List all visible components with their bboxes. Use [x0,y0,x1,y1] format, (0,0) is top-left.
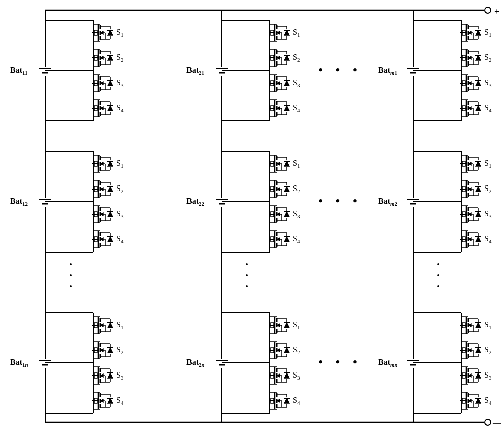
svg-marker-390 [284,161,289,166]
switch-label: S3 [293,78,300,88]
power-module: Bat2nS1S2S3S4 [186,313,300,413]
ellipsis-v: • [245,271,248,280]
svg-marker-140 [108,186,113,192]
battery-label: Batmn [378,358,398,368]
switch-label: S2 [116,345,123,355]
ellipsis-v: • [437,260,440,269]
ellipsis-h: • • • [318,194,362,207]
battery-label: Batm1 [378,66,397,76]
svg-marker-519 [284,373,289,378]
switch-label: S2 [293,184,300,194]
switch-label: S2 [293,345,300,355]
mosfet-icon [460,313,481,338]
switch-label: S2 [116,53,123,63]
svg-marker-31 [108,30,113,35]
mosfet-icon [460,96,481,121]
mosfet-icon [92,176,113,202]
svg-marker-91 [108,106,113,111]
switch-label: S4 [484,396,492,406]
svg-marker-229 [108,348,113,353]
svg-marker-450 [284,237,289,242]
power-module: Bat1nS1S2S3S4 [10,313,124,413]
svg-marker-499 [284,348,289,353]
battery-label: Batm2 [378,197,398,207]
switch-label: S4 [293,103,300,113]
switch-label: S1 [484,159,491,169]
switch-label: S3 [484,78,492,88]
mosfet-icon [92,363,113,388]
mosfet-icon [92,338,113,363]
switch-label: S2 [293,53,300,63]
mosfet-icon [92,96,113,121]
ellipsis-v: • [69,260,72,269]
switch-label: S3 [293,370,300,381]
mosfet-icon [269,202,290,227]
switch-label: S4 [484,234,492,244]
mosfet-icon [460,71,481,96]
mosfet-icon [92,45,113,71]
power-module: Bat11S1S2S3S4 [10,20,124,121]
switch-label: S1 [116,320,123,330]
battery-label: Bat11 [10,66,27,76]
switch-label: S4 [293,234,300,244]
switch-label: S4 [293,396,300,406]
switch-label: S4 [484,103,492,113]
ellipsis-v: • [69,282,72,291]
terminal-plus: ＋ [493,7,501,15]
mosfet-icon [460,20,481,45]
svg-marker-611 [476,81,481,86]
svg-marker-769 [476,348,481,353]
power-module: Bat21S1S2S3S4 [186,20,300,121]
mosfet-icon [92,227,113,252]
switch-label: S1 [484,320,491,330]
switch-label: S2 [484,53,491,63]
power-module: Batm1S1S2S3S4 [378,20,492,121]
svg-marker-180 [108,237,113,242]
mosfet-icon [92,313,113,338]
mosfet-icon [460,176,481,202]
svg-marker-720 [476,237,481,242]
mosfet-icon [269,313,290,338]
power-module: Bat22S1S2S3S4 [186,151,300,252]
switch-label: S3 [116,209,124,219]
battery-label: Bat12 [10,197,28,207]
svg-marker-809 [476,398,481,403]
ellipsis-v: • [245,260,248,269]
power-module: BatmnS1S2S3S4 [378,313,492,413]
ellipsis-v: • [245,282,248,291]
svg-marker-321 [284,55,289,60]
switch-label: S3 [116,78,124,88]
mosfet-icon [92,151,113,176]
svg-point-3 [485,419,491,425]
svg-marker-120 [108,161,113,166]
ellipsis-v: • [69,271,72,280]
svg-marker-539 [284,398,289,403]
svg-marker-479 [284,323,289,328]
mosfet-icon [92,20,113,45]
mosfet-icon [460,151,481,176]
svg-marker-631 [476,106,481,111]
svg-marker-249 [108,373,113,378]
switch-label: S2 [116,184,123,194]
ellipsis-v: • [437,271,440,280]
mosfet-icon [269,227,290,252]
battery-label: Bat1n [10,358,28,368]
switch-label: S1 [116,159,123,169]
switch-label: S1 [116,28,123,38]
mosfet-icon [92,71,113,96]
svg-marker-209 [108,323,113,328]
power-module: Bat12S1S2S3S4 [10,151,124,252]
switch-label: S3 [484,370,492,381]
battery-label: Bat21 [186,66,204,76]
mosfet-icon [460,388,481,413]
mosfet-icon [460,202,481,227]
mosfet-icon [269,45,290,71]
ellipsis-h: • • • [318,355,362,368]
mosfet-icon [92,202,113,227]
svg-point-2 [485,7,491,13]
svg-marker-591 [476,55,481,60]
switch-label: S1 [293,28,300,38]
svg-marker-700 [476,212,481,217]
mosfet-icon [269,338,290,363]
svg-marker-680 [476,186,481,192]
